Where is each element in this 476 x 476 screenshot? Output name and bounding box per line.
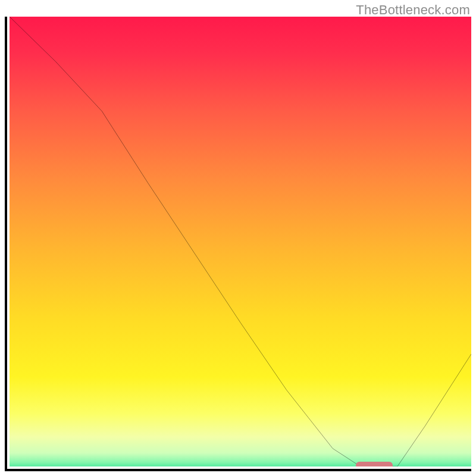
chart-frame <box>5 17 471 471</box>
optimal-range-marker <box>356 462 393 466</box>
plot-area <box>10 17 471 466</box>
bottleneck-curve <box>10 17 471 466</box>
watermark-text: TheBottleneck.com <box>356 2 470 18</box>
